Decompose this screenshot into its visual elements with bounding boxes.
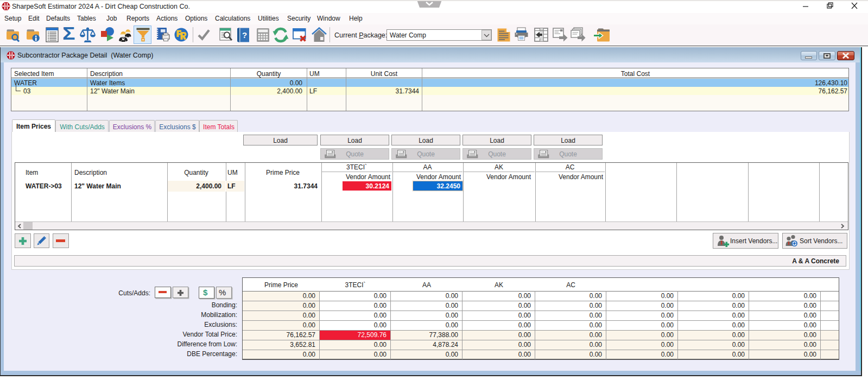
svg-text:?: ? xyxy=(242,30,247,40)
